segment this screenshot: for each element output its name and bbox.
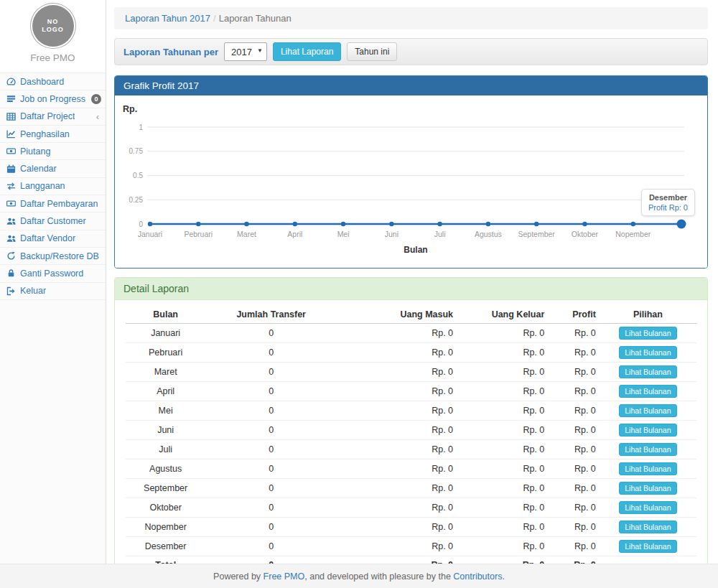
column-header: Uang Masuk [337, 306, 457, 324]
svg-text:Juni: Juni [385, 230, 398, 238]
svg-text:Rp.: Rp. [123, 104, 137, 114]
cell-bulan: Juli [126, 440, 205, 459]
cell-profit: Rp. 0 [548, 343, 600, 363]
money-icon [6, 146, 16, 156]
count-badge: 0 [91, 94, 101, 104]
tooltip-title: Desember [648, 193, 688, 202]
column-header: Profit [548, 306, 600, 324]
sidebar-item-penghasilan[interactable]: Penghasilan [0, 126, 106, 143]
svg-text:Bulan: Bulan [404, 245, 427, 255]
svg-text:0.5: 0.5 [133, 172, 143, 179]
sidebar-item-calendar[interactable]: Calendar [0, 160, 106, 177]
lihat-bulanan-button[interactable]: Lihat Bulanan [619, 385, 676, 398]
cell-uang-masuk: Rp. 0 [337, 537, 457, 556]
svg-text:September: September [518, 230, 555, 238]
footer-contributors-link[interactable]: Contributors [453, 571, 502, 582]
cell-profit: Rp. 0 [548, 459, 600, 479]
cell-uang-masuk: Rp. 0 [337, 459, 457, 479]
lihat-bulanan-button[interactable]: Lihat Bulanan [619, 404, 676, 417]
sidebar-item-backup-restore-db[interactable]: Backup/Restore DB [0, 248, 106, 265]
sidebar-item-label: Keluar [20, 286, 46, 296]
breadcrumb-separator: / [213, 13, 216, 24]
year-select[interactable]: 2017 [224, 42, 267, 61]
users-icon [6, 234, 16, 243]
no-logo-badge: NO LOGO [32, 5, 74, 47]
breadcrumb: Laporan Tahun 2017/Laporan Tahunan [114, 7, 708, 29]
sidebar-item-daftar-vendor[interactable]: Daftar Vendor [0, 230, 106, 248]
cell-bulan: Desember [126, 537, 205, 556]
cell-profit: Rp. 0 [548, 363, 600, 382]
sidebar-item-label: Daftar Customer [20, 216, 86, 226]
sidebar-item-label: Piutang [20, 146, 50, 157]
tahun-ini-button[interactable]: Tahun ini [347, 42, 397, 61]
sidebar-item-label: Daftar Pembayaran [20, 199, 98, 209]
lihat-laporan-button[interactable]: Lihat Laporan [273, 42, 341, 61]
detail-laporan-panel: Detail Laporan BulanJumlah TransferUang … [114, 277, 708, 582]
cell-jumlah-transfer: 0 [205, 459, 337, 479]
cell-profit: Rp. 0 [548, 382, 600, 401]
year-select-wrap: 2017 ▼ [224, 42, 267, 61]
cell-uang-masuk: Rp. 0 [337, 440, 457, 459]
sidebar-item-daftar-customer[interactable]: Daftar Customer [0, 213, 106, 230]
lihat-bulanan-button[interactable]: Lihat Bulanan [619, 327, 676, 340]
sidebar-item-daftar-pembayaran[interactable]: Daftar Pembayaran [0, 195, 106, 213]
cell-jumlah-transfer: 0 [205, 401, 337, 421]
svg-text:April: April [287, 230, 302, 238]
cell-uang-keluar: Rp. 0 [457, 440, 548, 459]
cell-uang-keluar: Rp. 0 [457, 479, 548, 498]
lock-icon [6, 269, 16, 278]
table-icon [6, 112, 16, 121]
cell-bulan: Nopember [126, 518, 205, 537]
sidebar-item-label: Dashboard [20, 77, 64, 87]
cell-jumlah-transfer: 0 [205, 324, 337, 343]
chart-tooltip: Desember Profit Rp: 0 [641, 189, 695, 216]
sidebar-item-daftar-project[interactable]: Daftar Project‹ [0, 108, 106, 126]
cell-bulan: Mei [126, 401, 205, 421]
lihat-bulanan-button[interactable]: Lihat Bulanan [619, 346, 676, 359]
breadcrumb-link-laporan-tahun[interactable]: Laporan Tahun 2017 [125, 13, 210, 24]
svg-text:Nopember: Nopember [615, 230, 651, 238]
column-header: Pilihan [600, 306, 696, 324]
year-filter-bar: Laporan Tahunan per 2017 ▼ Lihat Laporan… [114, 38, 708, 65]
cell-uang-masuk: Rp. 0 [337, 518, 457, 537]
column-header: Bulan [126, 306, 205, 324]
sidebar-item-piutang[interactable]: Piutang [0, 143, 106, 160]
refresh-icon [6, 251, 16, 261]
profit-chart-panel: Grafik Profit 2017 Rp.10.750.50.250Janua… [114, 75, 708, 269]
svg-text:Pebruari: Pebruari [184, 230, 213, 238]
cell-bulan: Juni [126, 421, 205, 440]
lihat-bulanan-button[interactable]: Lihat Bulanan [619, 501, 676, 514]
cell-jumlah-transfer: 0 [205, 363, 337, 382]
cell-uang-masuk: Rp. 0 [337, 324, 457, 343]
report-table-header-row: BulanJumlah TransferUang MasukUang Kelua… [126, 306, 696, 324]
footer-freepmo-link[interactable]: Free PMO [264, 571, 305, 582]
sidebar-item-ganti-password[interactable]: Ganti Password [0, 265, 106, 282]
lihat-bulanan-button[interactable]: Lihat Bulanan [619, 365, 676, 378]
sidebar-item-label: Job on Progress [20, 94, 85, 104]
sidebar-item-job-on-progress[interactable]: Job on Progress0 [0, 90, 106, 108]
sidebar-menu: DashboardJob on Progress0Daftar Project‹… [0, 73, 106, 300]
line-chart-icon [6, 129, 16, 139]
table-row: Mei0Rp. 0Rp. 0Rp. 0Lihat Bulanan [126, 401, 696, 421]
lihat-bulanan-button[interactable]: Lihat Bulanan [619, 482, 676, 495]
chart-panel-body: Rp.10.750.50.250JanuariPebruariMaretApri… [115, 95, 707, 268]
sidebar-item-keluar[interactable]: Keluar [0, 283, 106, 300]
sidebar-item-langganan[interactable]: Langganan [0, 178, 106, 195]
lihat-bulanan-button[interactable]: Lihat Bulanan [619, 424, 676, 437]
cell-uang-masuk: Rp. 0 [337, 498, 457, 518]
retweet-icon [6, 182, 16, 191]
cell-profit: Rp. 0 [548, 421, 600, 440]
profit-line-chart: Rp.10.750.50.250JanuariPebruariMaretApri… [121, 102, 701, 261]
table-row: Desember0Rp. 0Rp. 0Rp. 0Lihat Bulanan [126, 537, 696, 556]
table-row: Januari0Rp. 0Rp. 0Rp. 0Lihat Bulanan [126, 324, 696, 343]
cell-uang-masuk: Rp. 0 [337, 479, 457, 498]
lihat-bulanan-button[interactable]: Lihat Bulanan [619, 443, 676, 456]
sidebar-item-dashboard[interactable]: Dashboard [0, 73, 106, 90]
footer-text: Powered by Free PMO, and developed with … [213, 571, 505, 582]
cell-uang-masuk: Rp. 0 [337, 401, 457, 421]
lihat-bulanan-button[interactable]: Lihat Bulanan [619, 540, 676, 553]
lihat-bulanan-button[interactable]: Lihat Bulanan [619, 521, 676, 533]
footer: Powered by Free PMO, and developed with … [0, 564, 718, 588]
calendar-icon [6, 164, 16, 174]
lihat-bulanan-button[interactable]: Lihat Bulanan [619, 462, 676, 475]
